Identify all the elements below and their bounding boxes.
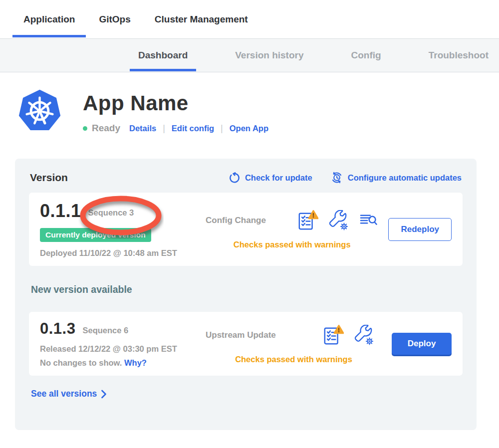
check-for-update-label: Check for update: [245, 173, 312, 183]
configure-automatic-updates-link[interactable]: Configure automatic updates: [330, 171, 462, 184]
deploy-button[interactable]: Deploy: [392, 333, 452, 355]
nav-gitops-label: GitOps: [99, 14, 130, 25]
preflight-checks-icon[interactable]: [297, 209, 318, 232]
current-version-info: 0.1.1 Sequence 3 Currently deployed vers…: [40, 201, 206, 258]
deployed-version-badge: Currently deployed version: [40, 228, 151, 242]
nav-cluster-management[interactable]: Cluster Management: [144, 0, 259, 38]
nav-application-label: Application: [23, 14, 75, 25]
released-timestamp: Released 12/12/22 @ 03:30 pm EST: [40, 344, 206, 354]
tab-dashboard-label: Dashboard: [138, 50, 188, 61]
current-version-action: Redeploy: [388, 218, 452, 241]
current-version-card: 0.1.1 Sequence 3 Currently deployed vers…: [29, 193, 463, 266]
version-panel: Version Check for update Configure: [15, 159, 477, 430]
new-version-checks-status: Checks passed with warnings: [206, 355, 382, 364]
new-version-heading: New version available: [31, 284, 463, 295]
current-version-number: 0.1.1: [40, 201, 81, 222]
config-wrench-icon[interactable]: [354, 325, 375, 346]
schedule-update-icon: [330, 171, 343, 184]
tab-version-history-label: Version history: [235, 50, 303, 61]
why-link[interactable]: Why?: [124, 358, 147, 367]
current-version-middle: Config Change: [206, 209, 388, 249]
current-version-sequence: Sequence 3: [88, 208, 134, 218]
current-version-icons: [297, 209, 378, 232]
new-version-icons: [323, 324, 375, 347]
open-app-link[interactable]: Open App: [230, 124, 268, 133]
new-version-number: 0.1.3: [40, 320, 75, 338]
config-wrench-icon[interactable]: [328, 210, 349, 231]
details-link[interactable]: Details: [129, 124, 156, 133]
no-changes-text: No changes to show.: [40, 358, 124, 367]
edit-config-link[interactable]: Edit config: [172, 124, 214, 133]
refresh-icon: [228, 172, 241, 184]
primary-nav: Application GitOps Cluster Management: [0, 0, 499, 38]
nav-cluster-management-label: Cluster Management: [155, 14, 248, 25]
new-version-middle: Upstream Update: [206, 324, 392, 364]
check-for-update-link[interactable]: Check for update: [228, 172, 312, 184]
see-all-versions-link[interactable]: See all versions: [31, 389, 463, 399]
tab-config[interactable]: Config: [343, 39, 390, 72]
new-version-action: Deploy: [392, 333, 452, 355]
version-panel-actions: Check for update Configure automatic upd…: [228, 171, 462, 184]
status-dot-icon: [83, 126, 87, 131]
nav-application[interactable]: Application: [12, 0, 86, 38]
new-version-card: 0.1.3 Sequence 6 Released 12/12/22 @ 03:…: [29, 312, 463, 376]
no-changes-line: No changes to show. Why?: [40, 358, 206, 368]
app-status-row: Ready Details | Edit config | Open App: [83, 123, 268, 134]
preflight-checks-icon[interactable]: [323, 324, 344, 347]
new-version-info: 0.1.3 Sequence 6 Released 12/12/22 @ 03:…: [40, 320, 206, 368]
new-version-sequence: Sequence 6: [82, 326, 128, 335]
current-version-checks-status: Checks passed with warnings: [206, 240, 378, 249]
configure-automatic-updates-label: Configure automatic updates: [348, 173, 462, 183]
tab-dashboard[interactable]: Dashboard: [130, 39, 196, 72]
tab-config-label: Config: [351, 50, 381, 61]
see-all-versions-label: See all versions: [31, 389, 97, 399]
app-title-block: App Name Ready Details | Edit config | O…: [83, 89, 268, 134]
tab-version-history[interactable]: Version history: [227, 39, 312, 72]
kubernetes-logo-icon: [17, 89, 62, 133]
version-panel-title: Version: [30, 172, 68, 184]
app-tabs: Dashboard Version history Config Trouble…: [0, 38, 499, 72]
view-files-search-icon[interactable]: [359, 213, 378, 228]
current-version-source: Config Change: [206, 216, 266, 225]
app-header: App Name Ready Details | Edit config | O…: [17, 89, 499, 134]
redeploy-button[interactable]: Redeploy: [388, 218, 452, 241]
tab-troubleshoot-label: Troubleshoot: [429, 50, 489, 61]
chevron-right-icon: [101, 390, 107, 399]
new-version-source: Upstream Update: [206, 330, 276, 340]
status-badge: Ready: [92, 123, 120, 134]
link-divider: |: [221, 123, 223, 134]
version-panel-header: Version Check for update Configure: [29, 171, 463, 184]
deployed-timestamp: Deployed 11/10/22 @ 10:48 am EST: [40, 248, 206, 258]
tab-troubleshoot[interactable]: Troubleshoot: [420, 39, 497, 72]
page-title: App Name: [83, 91, 268, 115]
nav-gitops[interactable]: GitOps: [88, 0, 141, 38]
link-divider: |: [163, 123, 165, 134]
